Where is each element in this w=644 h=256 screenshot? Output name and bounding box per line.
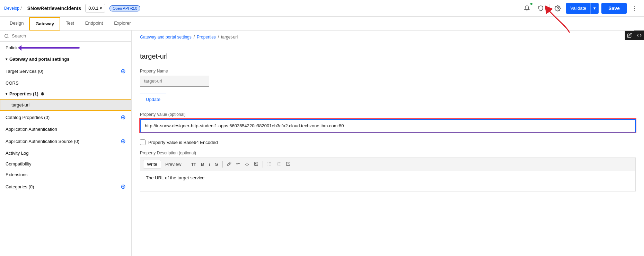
- app-title: SNowRetrieveIncidents: [27, 6, 81, 11]
- tab-endpoint-label: Endpoint: [85, 20, 103, 26]
- base64-checkbox[interactable]: [140, 139, 145, 145]
- tab-design[interactable]: Design: [4, 17, 29, 30]
- base64-checkbox-row: Property Value is Base64 Encoded: [140, 139, 636, 145]
- breadcrumb-sep-2: /: [218, 35, 219, 40]
- tab-explorer-label: Explorer: [114, 20, 131, 26]
- topbar: Develop SNowRetrieveIncidents 0.0.1 ▾ Op…: [0, 0, 644, 17]
- validate-button[interactable]: Validate ▾: [566, 3, 599, 14]
- catalog-properties-label: Catalog Properties (0): [6, 115, 121, 120]
- breadcrumb-properties[interactable]: Properties: [197, 35, 216, 40]
- sidebar-item-compatibility[interactable]: Compatibility: [0, 159, 131, 169]
- add-target-services-icon[interactable]: ⊕: [121, 67, 126, 75]
- tab-design-label: Design: [10, 20, 24, 26]
- toolbar-quote-button[interactable]: “”: [234, 161, 242, 168]
- app-auth-source-label: Application Authentication Source (0): [6, 139, 121, 144]
- svg-point-4: [255, 163, 256, 163]
- update-button[interactable]: Update: [140, 94, 166, 105]
- search-bar: [0, 31, 131, 42]
- sidebar-item-categories[interactable]: Categories (0) ⊕: [0, 180, 131, 193]
- content-area: Gateway and portal settings / Properties…: [132, 31, 644, 256]
- sidebar-item-activity-log[interactable]: Activity Log: [0, 148, 131, 159]
- toolbar-strikethrough-button[interactable]: S: [213, 161, 220, 168]
- breadcrumb: Gateway and portal settings / Properties…: [132, 31, 644, 44]
- toolbar-ol-button[interactable]: 123: [274, 161, 283, 168]
- sidebar-item-app-auth[interactable]: Application Authentication: [0, 124, 131, 135]
- svg-text:3: 3: [277, 164, 277, 165]
- tab-gateway-label: Gateway: [35, 21, 54, 26]
- sidebar-item-app-auth-source[interactable]: Application Authentication Source (0) ⊕: [0, 135, 131, 148]
- open-api-badge: Open API v2.0: [109, 5, 140, 11]
- notification-icon-container: [521, 3, 532, 14]
- develop-link[interactable]: Develop: [4, 6, 22, 11]
- add-categories-icon[interactable]: ⊕: [121, 183, 126, 190]
- toolbar-tt-button[interactable]: TT: [189, 161, 198, 168]
- tab-gateway[interactable]: Gateway: [29, 17, 60, 31]
- svg-point-8: [268, 162, 268, 163]
- svg-point-9: [268, 163, 268, 164]
- sidebar-item-extensions[interactable]: Extensions: [0, 169, 131, 180]
- sidebar-section-gateway[interactable]: ▾ Gateway and portal settings: [0, 54, 131, 65]
- save-button[interactable]: Save: [601, 3, 627, 14]
- svg-point-0: [557, 7, 559, 9]
- sidebar-item-target-url[interactable]: target-url: [0, 99, 131, 111]
- toolbar-sep-1: [187, 161, 187, 168]
- edit-icon[interactable]: [625, 31, 634, 40]
- code-icon[interactable]: [634, 31, 644, 40]
- more-options-button[interactable]: ⋮: [629, 5, 640, 12]
- search-input[interactable]: [12, 33, 127, 39]
- editor-tab-write[interactable]: Write: [143, 160, 161, 169]
- editor-tab-preview[interactable]: Preview: [162, 160, 185, 168]
- content-corner-actions: [625, 31, 644, 40]
- property-name-label: Property Name: [140, 69, 636, 74]
- breadcrumb-sep-1: /: [194, 35, 195, 40]
- content-body: target-url Property Name Update Property…: [132, 44, 644, 256]
- property-description-group: Property Description (optional) Write Pr…: [140, 151, 636, 191]
- toolbar-sep-2: [222, 161, 223, 168]
- version-select[interactable]: 0.0.1 ▾: [85, 4, 105, 12]
- tab-test[interactable]: Test: [60, 17, 80, 30]
- sidebar-item-catalog-properties[interactable]: Catalog Properties (0) ⊕: [0, 111, 131, 124]
- settings-icon[interactable]: [552, 3, 563, 14]
- toolbar-link-button[interactable]: [225, 161, 233, 168]
- sidebar-item-properties[interactable]: ▾ Properties (1) ⊕: [0, 88, 131, 99]
- extensions-label: Extensions: [6, 172, 126, 177]
- toolbar-sep-3: [263, 161, 263, 168]
- description-text: The URL of the target service: [146, 175, 204, 180]
- shield-icon[interactable]: [535, 3, 546, 14]
- svg-point-10: [268, 164, 268, 165]
- properties-label: Properties (1): [9, 91, 38, 96]
- add-properties-icon[interactable]: ⊕: [41, 91, 44, 96]
- cors-label: CORS: [6, 80, 126, 86]
- tab-explorer[interactable]: Explorer: [108, 17, 136, 30]
- main-layout: Policies ▾ Gateway and portal settings T…: [0, 31, 644, 256]
- toolbar-bold-button[interactable]: B: [199, 161, 206, 168]
- search-icon: [4, 34, 9, 39]
- topbar-right: Validate ▾ Save ⋮: [521, 3, 640, 14]
- add-catalog-properties-icon[interactable]: ⊕: [121, 113, 126, 121]
- sidebar-item-target-services[interactable]: Target Services (0) ⊕: [0, 65, 131, 78]
- sidebar-item-cors[interactable]: CORS: [0, 78, 131, 88]
- toolbar-code-button[interactable]: <>: [243, 161, 252, 168]
- tab-endpoint[interactable]: Endpoint: [80, 17, 108, 30]
- categories-label: Categories (0): [6, 184, 121, 189]
- toolbar-italic-button[interactable]: I: [207, 161, 212, 168]
- compatibility-label: Compatibility: [6, 161, 126, 167]
- breadcrumb-current: target-url: [221, 35, 238, 40]
- property-name-input[interactable]: [140, 76, 209, 87]
- editor-body[interactable]: The URL of the target service: [140, 171, 636, 191]
- notification-dot: [530, 2, 533, 6]
- app-auth-label: Application Authentication: [6, 127, 126, 132]
- base64-label: Property Value is Base64 Encoded: [148, 140, 218, 145]
- toolbar-ul-button[interactable]: [265, 161, 274, 168]
- sidebar-item-policies[interactable]: Policies: [0, 42, 131, 54]
- version-chevron-icon: ▾: [100, 6, 102, 11]
- validate-label: Validate: [566, 6, 590, 11]
- toolbar-image-button[interactable]: [252, 161, 261, 168]
- toolbar-task-button[interactable]: [284, 161, 292, 168]
- breadcrumb-gateway[interactable]: Gateway and portal settings: [140, 35, 192, 40]
- target-url-label: target-url: [11, 102, 29, 108]
- activity-log-label: Activity Log: [6, 151, 126, 156]
- property-value-input[interactable]: [140, 119, 636, 133]
- add-app-auth-source-icon[interactable]: ⊕: [121, 137, 126, 145]
- validate-caret-icon[interactable]: ▾: [590, 3, 599, 14]
